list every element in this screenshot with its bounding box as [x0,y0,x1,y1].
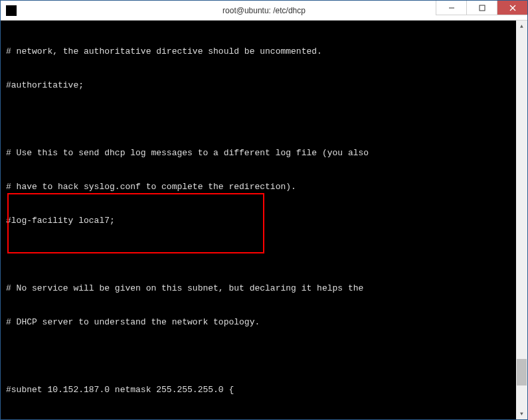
terminal-line [6,113,527,125]
terminal-line [6,249,527,260]
terminal-area[interactable]: # network, the authoritative directive s… [1,21,527,419]
terminal-line: # No service will be given on this subne… [6,283,527,294]
terminal-line: # DHCP server to understand the network … [6,316,527,328]
minimize-icon [448,5,455,11]
titlebar: root@ubuntu: /etc/dhcp [1,1,527,21]
terminal-line: # network, the authoritative directive s… [6,46,527,57]
scrollbar[interactable]: ▲ ▼ [516,21,527,419]
terminal-line: #log-facility local7; [6,215,527,226]
scroll-thumb[interactable] [517,359,527,385]
scroll-down-button[interactable]: ▼ [516,408,527,419]
terminal-content: # network, the authoritative directive s… [6,23,527,419]
terminal-line: # have to hack syslog.conf to complete t… [6,181,527,192]
maximize-button[interactable] [466,1,497,15]
terminal-line: #authoritative; [6,80,527,91]
window-controls [436,1,527,15]
terminal-line: #subnet 10.152.187.0 netmask 255.255.255… [6,384,527,395]
close-icon [509,5,516,11]
scroll-up-button[interactable]: ▲ [516,21,527,32]
terminal-line: # Use this to send dhcp log messages to … [6,147,527,159]
terminal-line [6,350,527,362]
minimize-button[interactable] [436,1,466,15]
maximize-icon [479,5,485,11]
close-button[interactable] [497,1,527,15]
window-title: root@ubuntu: /etc/dhcp [222,6,306,15]
svg-rect-1 [480,5,485,11]
terminal-icon [6,5,17,16]
terminal-line: #} [6,418,527,419]
